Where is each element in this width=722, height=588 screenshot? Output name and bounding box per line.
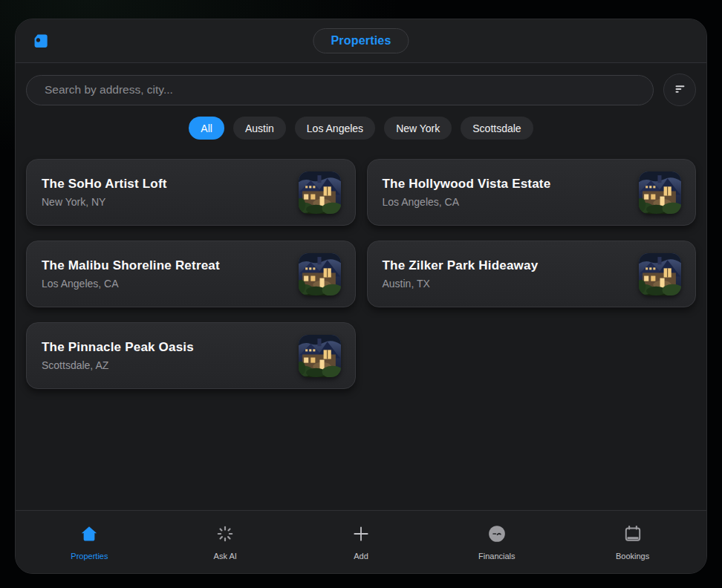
nav-item-bookings[interactable]: Bookings [596, 524, 670, 561]
nav-label: Bookings [616, 552, 649, 561]
property-card-text: The Hollywood Vista Estate Los Angeles, … [383, 177, 640, 208]
property-card[interactable]: The SoHo Artist Loft New York, NY [26, 159, 356, 226]
property-card-text: The SoHo Artist Loft New York, NY [42, 177, 299, 208]
content-area: All Austin Los Angeles New York Scottsda… [16, 63, 706, 510]
filter-chip-austin[interactable]: Austin [233, 117, 286, 140]
property-card[interactable]: The Pinnacle Peak Oasis Scottsdale, AZ [26, 322, 356, 389]
sparkle-icon [215, 524, 235, 546]
property-location: New York, NY [42, 196, 299, 208]
city-filter-chips: All Austin Los Angeles New York Scottsda… [26, 117, 696, 140]
calendar-icon [623, 524, 643, 546]
search-input[interactable] [26, 75, 654, 105]
coin-icon [487, 524, 507, 546]
nav-item-financials[interactable]: Financials [460, 524, 534, 561]
property-location: Austin, TX [383, 278, 640, 290]
search-row [26, 74, 696, 106]
property-location: Los Angeles, CA [42, 278, 299, 290]
property-grid: The SoHo Artist Loft New York, NY The Ho… [26, 159, 696, 389]
nav-item-add[interactable]: Add [324, 524, 398, 561]
filter-chip-all[interactable]: All [189, 117, 224, 140]
property-title: The SoHo Artist Loft [42, 177, 299, 192]
page-title: Properties [313, 28, 409, 53]
property-location: Scottsdale, AZ [42, 359, 299, 371]
app-header: Properties [16, 19, 706, 63]
filter-button[interactable] [663, 74, 696, 106]
property-title: The Zilker Park Hideaway [383, 258, 640, 273]
property-card-text: The Zilker Park Hideaway Austin, TX [383, 258, 640, 290]
property-thumbnail-house-dusk [639, 253, 681, 295]
nav-item-properties[interactable]: Properties [52, 524, 126, 561]
property-location: Los Angeles, CA [383, 196, 640, 208]
property-title: The Pinnacle Peak Oasis [42, 340, 299, 355]
property-thumbnail-house-dusk [299, 335, 341, 377]
nav-label: Add [354, 552, 368, 561]
nav-label: Financials [478, 552, 516, 561]
property-thumbnail-house-dusk [639, 172, 681, 214]
filter-chip-los-angeles[interactable]: Los Angeles [295, 117, 375, 140]
property-card-text: The Pinnacle Peak Oasis Scottsdale, AZ [42, 340, 299, 371]
property-thumbnail-house-dusk [299, 253, 341, 295]
bottom-nav: Properties Ask AI [16, 510, 706, 573]
property-title: The Malibu Shoreline Retreat [42, 258, 299, 273]
filter-chip-scottsdale[interactable]: Scottsdale [461, 117, 533, 140]
filter-chip-new-york[interactable]: New York [384, 117, 452, 140]
nav-label: Properties [71, 552, 108, 561]
property-card[interactable]: The Zilker Park Hideaway Austin, TX [367, 241, 697, 307]
home-icon [79, 524, 99, 546]
property-thumbnail-house-dusk [299, 172, 341, 214]
nav-label: Ask AI [214, 552, 237, 561]
plus-icon [351, 524, 371, 546]
property-card[interactable]: The Hollywood Vista Estate Los Angeles, … [367, 159, 697, 226]
property-title: The Hollywood Vista Estate [383, 177, 640, 192]
sort-lines-icon [671, 80, 688, 99]
app-window: Properties All Austin Los Angeles New Yo… [15, 19, 707, 574]
property-card-text: The Malibu Shoreline Retreat Los Angeles… [42, 258, 299, 290]
property-card[interactable]: The Malibu Shoreline Retreat Los Angeles… [26, 241, 356, 307]
nav-item-ask-ai[interactable]: Ask AI [188, 524, 262, 561]
app-logo-home-tag-icon [30, 30, 51, 51]
